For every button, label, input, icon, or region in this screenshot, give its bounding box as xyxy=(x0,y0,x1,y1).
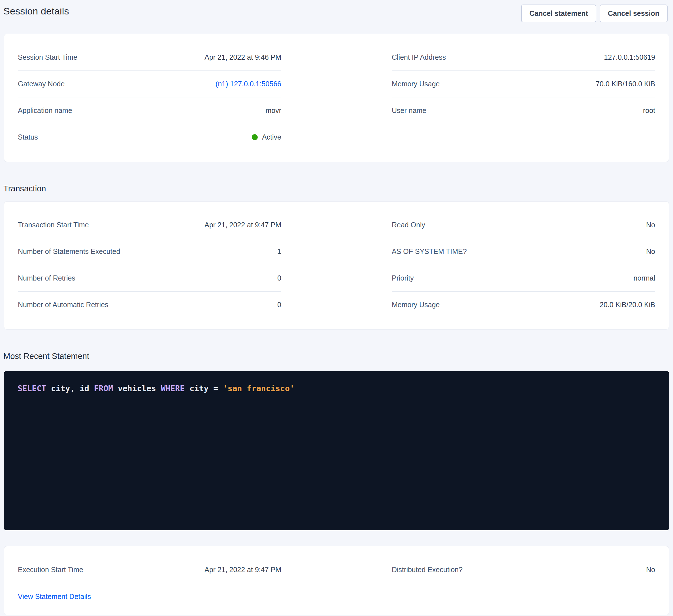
row-value: Apr 21, 2022 at 9:47 PM xyxy=(205,221,281,229)
page-title: Session details xyxy=(3,6,69,17)
row-value: normal xyxy=(634,274,655,282)
row-value: 127.0.0.1:50619 xyxy=(604,53,655,61)
sql-token-plain: city = xyxy=(185,384,223,393)
session-summary-left-column: Session Start TimeApr 21, 2022 at 9:46 P… xyxy=(18,44,281,150)
summary-row: Application namemovr xyxy=(18,97,281,124)
summary-row: StatusActive xyxy=(18,124,281,150)
row-value: 0 xyxy=(277,301,281,309)
row-label: User name xyxy=(392,106,426,115)
summary-row: Gateway Node(n1) 127.0.0.1:50566 xyxy=(18,71,281,97)
summary-row: Memory Usage70.0 KiB/160.0 KiB xyxy=(392,71,655,97)
row-label: Distributed Execution? xyxy=(392,566,463,574)
row-label: Status xyxy=(18,133,38,141)
sql-token-plain: vehicles xyxy=(113,384,161,393)
page-header: Session details Cancel statement Cancel … xyxy=(0,0,673,22)
status-active-dot-icon xyxy=(252,134,258,140)
row-label: Number of Retries xyxy=(18,274,75,282)
sql-token-keyword: WHERE xyxy=(161,384,185,393)
row-label: Session Start Time xyxy=(18,53,77,61)
sql-token-keyword: SELECT xyxy=(18,384,46,393)
row-label: Transaction Start Time xyxy=(18,221,89,229)
summary-row: AS OF SYSTEM TIME?No xyxy=(392,238,655,265)
row-value: Apr 21, 2022 at 9:46 PM xyxy=(205,53,281,61)
cancel-session-button[interactable]: Cancel session xyxy=(600,5,668,22)
row-label: AS OF SYSTEM TIME? xyxy=(392,247,467,256)
execution-right-column: Distributed Execution?No xyxy=(392,557,655,602)
row-label: Client IP Address xyxy=(392,53,446,61)
row-value: No xyxy=(646,247,655,256)
header-actions: Cancel statement Cancel session xyxy=(521,5,668,22)
row-value: No xyxy=(646,566,655,574)
summary-row: Distributed Execution?No xyxy=(392,557,655,583)
transaction-card: Transaction Start TimeApr 21, 2022 at 9:… xyxy=(4,201,669,329)
row-label: Execution Start Time xyxy=(18,566,83,574)
sql-token-string: 'san francisco' xyxy=(223,384,294,393)
row-value: movr xyxy=(265,106,281,115)
summary-row: Memory Usage20.0 KiB/20.0 KiB xyxy=(392,292,655,318)
row-label: Memory Usage xyxy=(392,80,440,88)
link-row: View Statement Details xyxy=(18,583,281,602)
summary-row: Transaction Start TimeApr 21, 2022 at 9:… xyxy=(18,212,281,238)
cancel-statement-button[interactable]: Cancel statement xyxy=(521,5,596,22)
summary-row: Execution Start TimeApr 21, 2022 at 9:47… xyxy=(18,557,281,583)
row-value-link[interactable]: (n1) 127.0.0.1:50566 xyxy=(216,80,281,88)
summary-row: Number of Automatic Retries0 xyxy=(18,292,281,318)
row-value: root xyxy=(643,106,655,115)
execution-left-column: Execution Start TimeApr 21, 2022 at 9:47… xyxy=(18,557,281,602)
session-summary-right-column: Client IP Address127.0.0.1:50619Memory U… xyxy=(392,44,655,150)
row-value: No xyxy=(646,221,655,229)
row-label: Memory Usage xyxy=(392,301,440,309)
summary-row: Session Start TimeApr 21, 2022 at 9:46 P… xyxy=(18,44,281,71)
session-summary-card: Session Start TimeApr 21, 2022 at 9:46 P… xyxy=(4,34,669,162)
row-value: 20.0 KiB/20.0 KiB xyxy=(600,301,655,309)
statement-section-heading: Most Recent Statement xyxy=(3,352,673,361)
transaction-right-column: Read OnlyNoAS OF SYSTEM TIME?NoPriorityn… xyxy=(392,212,655,318)
row-value: Apr 21, 2022 at 9:47 PM xyxy=(205,566,281,574)
summary-row: User nameroot xyxy=(392,97,655,124)
transaction-left-column: Transaction Start TimeApr 21, 2022 at 9:… xyxy=(18,212,281,318)
transaction-section-heading: Transaction xyxy=(3,184,673,193)
summary-row: Read OnlyNo xyxy=(392,212,655,238)
view-statement-details-link[interactable]: View Statement Details xyxy=(18,593,91,600)
execution-card: Execution Start TimeApr 21, 2022 at 9:47… xyxy=(4,546,669,615)
summary-row: Prioritynormal xyxy=(392,265,655,292)
row-label: Number of Statements Executed xyxy=(18,247,120,256)
summary-row: Number of Retries0 xyxy=(18,265,281,292)
row-label: Number of Automatic Retries xyxy=(18,301,108,309)
row-value: 70.0 KiB/160.0 KiB xyxy=(596,80,655,88)
row-label: Application name xyxy=(18,106,72,115)
sql-token-keyword: FROM xyxy=(94,384,113,393)
sql-token-plain: city, id xyxy=(46,384,94,393)
row-label: Read Only xyxy=(392,221,425,229)
row-value: 0 xyxy=(277,274,281,282)
sql-statement: SELECT city, id FROM vehicles WHERE city… xyxy=(18,384,655,394)
summary-row: Client IP Address127.0.0.1:50619 xyxy=(392,44,655,71)
execution-rows: Execution Start TimeApr 21, 2022 at 9:47… xyxy=(18,557,281,583)
sql-statement-box: SELECT city, id FROM vehicles WHERE city… xyxy=(4,371,669,530)
row-label: Gateway Node xyxy=(18,80,64,88)
summary-row: Number of Statements Executed1 xyxy=(18,238,281,265)
row-value: 1 xyxy=(277,247,281,256)
row-value: Active xyxy=(252,133,281,141)
row-label: Priority xyxy=(392,274,414,282)
